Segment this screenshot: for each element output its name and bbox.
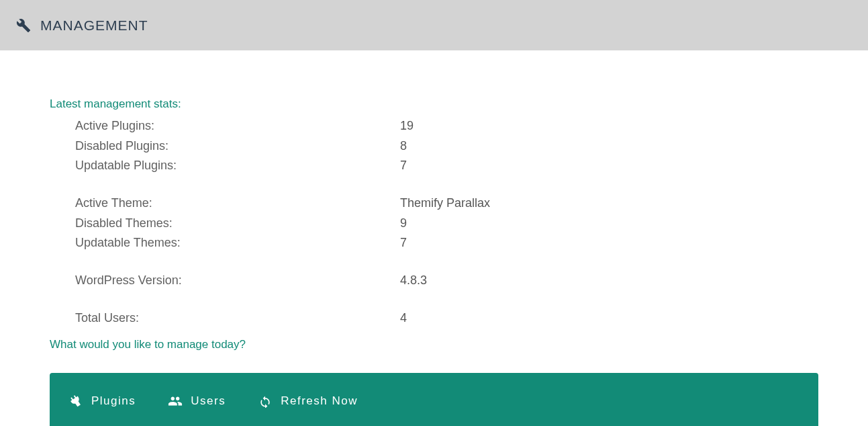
stat-label: Disabled Plugins: — [75, 136, 400, 157]
stat-wp-version: WordPress Version: 4.8.3 — [75, 271, 818, 291]
stat-updatable-plugins: Updatable Plugins: 7 — [75, 156, 818, 176]
stat-value: 9 — [400, 214, 407, 234]
stat-label: Total Users: — [75, 308, 400, 329]
manage-question: What would you like to manage today? — [50, 338, 818, 351]
users-icon — [168, 394, 183, 409]
content-area: Latest management stats: Active Plugins:… — [0, 50, 868, 426]
refresh-icon — [258, 394, 273, 409]
plugins-button[interactable]: Plugins — [68, 394, 136, 409]
page-title: MANAGEMENT — [40, 17, 148, 34]
stat-label: Updatable Themes: — [75, 233, 400, 253]
stats-list: Active Plugins: 19 Disabled Plugins: 8 U… — [50, 115, 818, 329]
users-button[interactable]: Users — [168, 394, 226, 409]
action-label: Plugins — [91, 394, 136, 408]
stat-value: Themify Parallax — [400, 194, 490, 214]
stat-value: 8 — [400, 136, 407, 157]
stat-label: Active Plugins: — [75, 116, 400, 136]
stat-updatable-themes: Updatable Themes: 7 — [75, 233, 818, 253]
stat-value: 7 — [400, 233, 407, 253]
stat-value: 7 — [400, 156, 407, 176]
stat-active-plugins: Active Plugins: 19 — [75, 116, 818, 136]
stat-label: Updatable Plugins: — [75, 156, 400, 176]
stat-total-users: Total Users: 4 — [75, 308, 818, 329]
stats-heading: Latest management stats: — [50, 97, 818, 111]
stat-label: Active Theme: — [75, 194, 400, 214]
stat-disabled-themes: Disabled Themes: 9 — [75, 214, 818, 234]
stat-label: Disabled Themes: — [75, 214, 400, 234]
stat-label: WordPress Version: — [75, 271, 400, 291]
page-header: MANAGEMENT — [0, 0, 868, 50]
stat-value: 4 — [400, 308, 407, 329]
stat-active-theme: Active Theme: Themify Parallax — [75, 194, 818, 214]
action-label: Refresh Now — [281, 394, 358, 408]
refresh-button[interactable]: Refresh Now — [258, 394, 358, 409]
stat-value: 4.8.3 — [400, 271, 427, 291]
action-label: Users — [191, 394, 226, 408]
stat-value: 19 — [400, 116, 414, 136]
stat-disabled-plugins: Disabled Plugins: 8 — [75, 136, 818, 157]
plug-icon — [68, 394, 83, 409]
wrench-icon — [16, 18, 31, 33]
action-bar: Plugins Users Refresh Now — [50, 373, 818, 427]
